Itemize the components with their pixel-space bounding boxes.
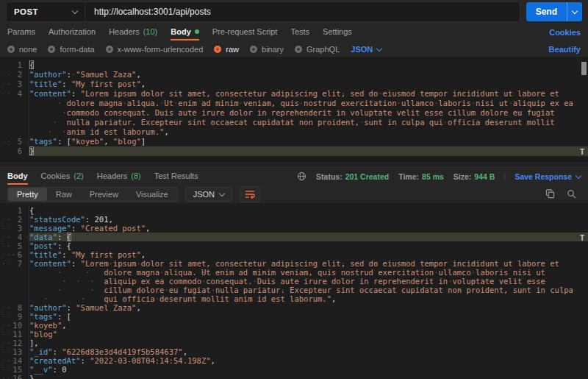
- network-globe-icon: [297, 171, 306, 181]
- radio-none[interactable]: none: [7, 45, 37, 54]
- tab-response-headers[interactable]: Headers (8): [97, 168, 141, 185]
- code-line: 8············"author": "Samuel Zaza",: [0, 303, 588, 312]
- code-line: 12············],: [0, 339, 588, 347]
- send-options-button[interactable]: [567, 2, 582, 21]
- cursor-annotation-marker: T: [578, 233, 586, 243]
- method-url-container: POST http://localhost:3001/api/posts: [6, 1, 520, 22]
- size-badge: Size: 944 B: [453, 172, 495, 181]
- cookies-count-badge: (2): [74, 171, 83, 180]
- radio-icon: [106, 46, 113, 53]
- tab-tests[interactable]: Tests: [290, 24, 309, 40]
- code-line: 4····"data": {: [0, 233, 588, 241]
- radio-icon: [7, 46, 15, 53]
- save-response-button[interactable]: Save Response: [504, 172, 581, 181]
- chevron-down-icon: [72, 8, 78, 14]
- radio-selected-icon: [214, 46, 221, 53]
- response-tabs: Body Cookies (2) Headers (8) Test Result…: [0, 168, 588, 185]
- method-label: POST: [14, 7, 38, 16]
- line-number: 1: [0, 60, 29, 70]
- code-line: 9············"tags": [: [0, 312, 588, 321]
- tab-response-cookies[interactable]: Cookies (2): [41, 168, 84, 185]
- code-line: 1{: [0, 60, 588, 70]
- code-line: 5····"tags": ["koyeb", "blog"]: [0, 137, 588, 146]
- chevron-down-icon: [572, 8, 578, 14]
- status-badge: Status: 201 Created: [316, 172, 389, 181]
- code-line: 15············"__v": 0: [0, 365, 588, 374]
- response-meta: Status: 201 Created Time: 85 ms Size: 94…: [297, 168, 581, 185]
- tab-params[interactable]: Params: [7, 24, 35, 40]
- response-code-lines: 1{2····"statusCode": 201,3····"message":…: [0, 206, 588, 379]
- code-line: 3····"title": "My first post",: [0, 79, 588, 89]
- radio-graphql[interactable]: GraphQL: [295, 45, 340, 54]
- wrap-text-button[interactable]: [240, 186, 260, 202]
- code-line: 5········"post": {: [0, 241, 588, 250]
- tab-pre-request-script[interactable]: Pre-request Script: [212, 24, 278, 40]
- radio-icon: [250, 46, 257, 53]
- code-line: 7············"content": "Lorem ipsum dol…: [0, 259, 588, 303]
- code-line: 10················"koyeb",: [0, 321, 588, 330]
- code-line: 2····"statusCode": 201,: [0, 215, 588, 224]
- tab-body[interactable]: Body: [171, 24, 199, 40]
- method-select[interactable]: POST: [7, 2, 85, 21]
- pane-divider[interactable]: [0, 160, 588, 168]
- time-badge: Time: 85 ms: [398, 172, 444, 181]
- response-language-select[interactable]: JSON: [185, 187, 232, 202]
- tab-authorization[interactable]: Authorization: [49, 24, 96, 40]
- body-content-dot-icon: [195, 29, 199, 34]
- response-body-editor[interactable]: 1{2····"statusCode": 201,3····"message":…: [0, 203, 588, 379]
- request-tabs: Params Authorization Headers (10) Body P…: [0, 24, 588, 40]
- cookies-link[interactable]: Cookies: [549, 24, 581, 40]
- wrap-text-icon: [245, 190, 255, 199]
- tab-response-body[interactable]: Body: [7, 168, 28, 185]
- code-line: 6············"title": "My first post",: [0, 250, 588, 259]
- scrollbar-thumb[interactable]: [581, 62, 587, 75]
- chevron-down-icon: [219, 190, 225, 196]
- url-text: http://localhost:3001/api/posts: [94, 7, 211, 17]
- tab-headers[interactable]: Headers (10): [109, 24, 157, 40]
- chevron-down-icon: [576, 172, 581, 178]
- view-visualize[interactable]: Visualize: [127, 188, 177, 201]
- code-line: 11················"blog": [0, 330, 588, 339]
- send-label: Send: [536, 7, 557, 17]
- code-line: 2····"author": "Samuel Zaza",: [0, 70, 588, 79]
- radio-x-www-form-urlencoded[interactable]: x-www-form-urlencoded: [106, 45, 204, 54]
- search-icon[interactable]: [567, 189, 576, 199]
- request-code-lines: 1{2····"author": "Samuel Zaza",3····"tit…: [0, 60, 588, 156]
- cursor-annotation-marker: T: [578, 147, 586, 157]
- request-body-editor[interactable]: 1{2····"author": "Samuel Zaza",3····"tit…: [0, 57, 588, 160]
- line-number: 1: [0, 206, 29, 215]
- radio-icon: [295, 46, 302, 53]
- radio-form-data[interactable]: form-data: [48, 45, 94, 54]
- chevron-down-icon: [376, 45, 382, 51]
- radio-icon: [48, 46, 55, 53]
- beautify-link[interactable]: Beautify: [549, 45, 581, 54]
- send-button[interactable]: Send: [526, 2, 567, 21]
- code-line: 1{: [0, 206, 588, 215]
- url-input[interactable]: http://localhost:3001/api/posts: [85, 2, 520, 21]
- response-toolbar: Pretty Raw Preview Visualize JSON: [0, 185, 588, 203]
- code-line: 13············"_id": "6226d83e3d4d419f5b…: [0, 347, 588, 356]
- request-language-select[interactable]: JSON: [351, 45, 381, 54]
- code-line: 4····"content": "Lorem ipsum dolor sit a…: [0, 89, 588, 137]
- headers-count-badge: (10): [143, 27, 158, 36]
- code-line: 16········}: [0, 374, 588, 379]
- view-preview[interactable]: Preview: [81, 188, 127, 201]
- body-type-row: none form-data x-www-form-urlencoded raw…: [0, 40, 588, 57]
- code-line: 14············"createdAt": "2022-03-08T0…: [0, 356, 588, 365]
- tab-settings[interactable]: Settings: [323, 24, 352, 40]
- code-line: 3····"message": "Created post",: [0, 224, 588, 233]
- response-tools: [545, 189, 581, 199]
- view-pretty[interactable]: Pretty: [8, 188, 47, 201]
- response-headers-count-badge: (8): [131, 171, 140, 180]
- copy-icon[interactable]: [545, 189, 555, 199]
- send-button-group: Send: [526, 2, 582, 21]
- line-number: 6: [0, 146, 29, 156]
- request-url-bar: POST http://localhost:3001/api/posts Sen…: [0, 0, 588, 24]
- radio-binary[interactable]: binary: [250, 45, 284, 54]
- tab-test-results[interactable]: Test Results: [154, 168, 198, 185]
- response-view-switcher: Pretty Raw Preview Visualize: [7, 187, 178, 202]
- view-raw[interactable]: Raw: [47, 188, 81, 201]
- radio-raw[interactable]: raw: [214, 45, 239, 54]
- code-line: 6}: [0, 146, 588, 156]
